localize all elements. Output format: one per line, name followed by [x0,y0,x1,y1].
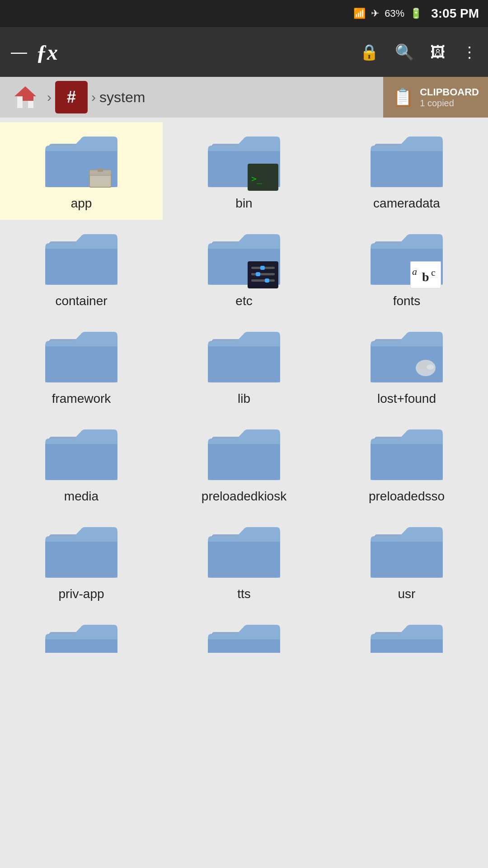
folder-item-preloadedsso[interactable]: preloadedsso [325,415,488,513]
folder-item-bin[interactable]: >_ bin [163,122,325,220]
svg-rect-81 [371,540,443,578]
svg-rect-34 [265,278,269,283]
breadcrumb-arrow2: › [91,90,96,105]
svg-rect-32 [256,272,260,276]
svg-rect-19 [371,149,443,187]
folder-label: fonts [393,294,421,308]
status-time: 3:05 PM [431,6,479,21]
clipboard-count: 1 copied [420,98,454,108]
svg-rect-23 [45,247,117,285]
battery-icon: 🔋 [410,8,422,19]
clipboard-badge[interactable]: 📋 CLIPBOARD 1 copied [383,77,488,118]
svg-point-57 [427,364,434,370]
root-button[interactable]: # [55,81,88,113]
hash-symbol: # [67,88,76,107]
folder-item-app[interactable]: app [0,122,163,220]
search-icon[interactable]: 🔍 [395,43,414,61]
more-icon[interactable]: ⋮ [462,43,477,61]
folder-badge-sliders [248,261,278,288]
svg-rect-61 [45,442,117,480]
svg-text:b: b [422,270,429,284]
folder-icon: >_ [208,133,280,192]
airplane-icon: ✈ [371,8,379,19]
folder-icon-wrap [208,621,280,653]
folder-label: tts [237,587,251,601]
folder-label: etc [235,294,252,308]
svg-rect-77 [208,540,280,578]
folder-item-cameradata[interactable]: cameradata [325,122,488,220]
folder-item-extra3[interactable] [325,610,488,662]
folder-label: bin [235,196,252,211]
folder-label: app [71,196,92,211]
folder-icon [208,328,280,387]
svg-rect-50 [208,344,280,382]
folder-item-lib[interactable]: lib [163,317,325,415]
folder-item-extra1[interactable] [0,610,163,662]
svg-rect-46 [45,344,117,382]
folder-icon [371,524,443,582]
folder-icon: a b c [371,231,443,289]
breadcrumb: › # › system 📋 CLIPBOARD 1 copied [0,77,488,118]
svg-rect-69 [371,442,443,480]
svg-point-56 [418,362,427,369]
svg-rect-85 [45,637,117,653]
menu-icon[interactable]: — [11,42,27,61]
folder-icon [208,524,280,582]
svg-rect-1 [17,96,23,108]
folder-icon [45,231,117,289]
lock-icon[interactable]: 🔒 [360,43,379,61]
folder-badge-abc: a b c [410,261,441,288]
svg-rect-33 [251,279,275,282]
folder-item-tts[interactable]: tts [163,513,325,610]
folder-item-framework[interactable]: framework [0,317,163,415]
wifi-icon: 📶 [353,8,366,19]
folder-label: preloadedsso [369,489,445,504]
folder-item-extra2[interactable] [163,610,325,662]
file-grid: app >_ bin [0,118,488,666]
svg-text:a: a [412,266,417,277]
folder-icon [45,426,117,485]
svg-rect-2 [28,101,33,108]
svg-rect-89 [208,637,280,653]
app-logo: ƒx [36,40,343,65]
folder-label: preloadedkiosk [202,489,286,504]
folder-item-priv-app[interactable]: priv-app [0,513,163,610]
folder-label: lost+found [377,392,436,406]
breadcrumb-arrow: › [47,90,52,105]
folder-item-container[interactable]: container [0,220,163,317]
folder-item-fonts[interactable]: a b c fonts [325,220,488,317]
svg-text:>_: >_ [251,173,263,184]
clipboard-title: CLIPBOARD [420,86,479,98]
folder-label: usr [398,587,416,601]
svg-rect-9 [98,168,103,172]
folder-label: container [55,294,107,308]
svg-rect-93 [371,637,443,653]
clipboard-text: CLIPBOARD 1 copied [420,86,479,108]
svg-rect-73 [45,540,117,578]
folder-icon-wrap [371,621,443,653]
folder-label: media [64,489,99,504]
folder-item-etc[interactable]: etc [163,220,325,317]
folder-item-media[interactable]: media [0,415,163,513]
folder-icon [45,524,117,582]
svg-rect-30 [260,266,265,270]
folder-item-preloadedkiosk[interactable]: preloadedkiosk [163,415,325,513]
svg-rect-31 [251,273,275,275]
folder-item-lost+found[interactable]: lost+found [325,317,488,415]
folder-badge-terminal: >_ [248,164,278,191]
folder-icon [208,426,280,485]
folder-icon [371,328,443,387]
folder-label: framework [52,392,111,406]
folder-icon [45,328,117,387]
home-button[interactable] [7,81,43,113]
svg-rect-65 [208,442,280,480]
folder-item-usr[interactable]: usr [325,513,488,610]
clipboard-icon: 📋 [392,87,413,107]
folder-icon [371,426,443,485]
folder-icon [371,133,443,192]
status-bar: 📶 ✈ 63% 🔋 3:05 PM [0,0,488,27]
folder-badge-trash [410,359,441,386]
image-icon[interactable]: 🖼 [430,43,446,61]
folder-icon-wrap [45,621,117,653]
app-bar: — ƒx 🔒 🔍 🖼 ⋮ [0,27,488,77]
